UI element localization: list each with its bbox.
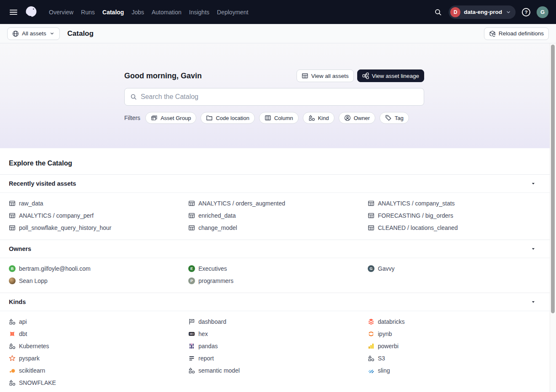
kind-link[interactable]: dashboard [188, 317, 368, 326]
nav-overview[interactable]: Overview [49, 9, 73, 16]
section-header-owners[interactable]: Owners [0, 240, 556, 258]
explore-title: Explore the Catalog [0, 148, 556, 174]
owner-link[interactable]: Pprogrammers [188, 277, 368, 285]
view-asset-lineage-button[interactable]: View asset lineage [357, 69, 424, 82]
nav-catalog[interactable]: Catalog [102, 9, 124, 16]
reload-definitions-button[interactable]: Reload definitions [484, 27, 549, 40]
view-all-assets-button[interactable]: View all assets [297, 69, 354, 82]
avatar: B [9, 265, 16, 272]
collapse-caret-icon[interactable] [530, 181, 536, 187]
pandas-logo-icon [188, 343, 195, 349]
kind-default-icon [368, 355, 374, 362]
kinds-grid: api dashboard databricks dbt hex ipynb K… [0, 311, 556, 392]
kind-link[interactable]: api [9, 317, 188, 326]
catalog-search-box [124, 88, 424, 106]
collapse-caret-icon[interactable] [530, 246, 536, 252]
asset-label: poll_snowflake_query_history_hour [19, 224, 111, 231]
owner-link[interactable]: Sean Lopp [9, 277, 188, 285]
asset-link[interactable]: ANALYTICS / company_stats [368, 199, 547, 208]
table-icon [188, 200, 195, 207]
kind-link[interactable]: pandas [188, 342, 368, 350]
owner-link[interactable]: Bbertram.gilfoyle@hooli.com [9, 264, 188, 273]
asset-scope-button[interactable]: All assets [7, 27, 60, 40]
table-icon [368, 200, 374, 207]
kind-label: api [19, 318, 27, 325]
asset-label: change_model [198, 224, 237, 231]
kind-label: powerbi [378, 343, 398, 349]
asset-link[interactable]: raw_data [9, 199, 188, 208]
filter-tag[interactable]: Tag [380, 112, 409, 124]
owners-grid: Bbertram.gilfoyle@hooli.com EExecutives … [0, 258, 556, 293]
kind-link[interactable]: sling [368, 366, 547, 375]
asset-scope-label: All assets [22, 30, 46, 37]
kind-link[interactable]: Kubernetes [9, 342, 188, 350]
nav-runs[interactable]: Runs [81, 9, 95, 16]
kind-label: hex [198, 331, 208, 337]
nav-automation[interactable]: Automation [152, 9, 182, 16]
report-icon [188, 355, 195, 362]
filter-kind[interactable]: Kind [303, 112, 334, 124]
nav-insights[interactable]: Insights [189, 9, 209, 16]
help-button[interactable] [521, 7, 531, 17]
table-icon [9, 224, 16, 231]
menu-button[interactable] [8, 6, 19, 18]
kind-link[interactable]: powerbi [368, 342, 547, 350]
asset-link[interactable]: ANALYTICS / company_perf [9, 211, 188, 220]
filter-asset-group[interactable]: Asset Group [145, 112, 196, 124]
section-title: Kinds [9, 299, 26, 305]
asset-link[interactable]: change_model [188, 224, 368, 232]
asset-label: CLEANED / locations_cleaned [378, 224, 458, 231]
user-avatar[interactable]: G [537, 6, 548, 18]
kind-label: dashboard [198, 318, 226, 325]
person-icon [344, 115, 351, 121]
filter-label: Owner [354, 115, 370, 121]
kind-link[interactable]: hex [188, 330, 368, 338]
filter-code-location[interactable]: Code location [200, 112, 255, 124]
owner-link[interactable]: EExecutives [188, 264, 368, 273]
asset-link[interactable]: CLEANED / locations_cleaned [368, 224, 547, 232]
global-search-button[interactable] [433, 7, 443, 17]
section-header-kinds[interactable]: Kinds [0, 293, 556, 311]
filters-label: Filters [124, 115, 140, 121]
owner-label: Executives [198, 265, 227, 272]
nav-deployment[interactable]: Deployment [217, 9, 249, 16]
chevron-down-icon [49, 31, 55, 36]
kind-link[interactable]: ipynb [368, 330, 547, 338]
owner-link[interactable]: GGavvy [368, 264, 547, 273]
dagster-logo[interactable] [24, 5, 39, 20]
deployment-switcher[interactable]: D data-eng-prod [449, 5, 516, 19]
kind-link[interactable]: dbt [9, 330, 188, 338]
asset-link[interactable]: FORECASTING / big_orders [368, 211, 547, 220]
kind-link[interactable]: databricks [368, 317, 547, 326]
view-all-assets-label: View all assets [311, 73, 349, 79]
nav-jobs[interactable]: Jobs [131, 9, 144, 16]
kind-link[interactable]: semantic model [188, 366, 368, 375]
tag-icon [385, 115, 392, 121]
globe-icon [12, 30, 19, 37]
catalog-search-input[interactable] [141, 93, 418, 101]
scrollbar-thumb[interactable] [551, 45, 555, 313]
collapse-caret-icon[interactable] [530, 299, 536, 305]
kind-link[interactable]: S3 [368, 354, 547, 363]
kind-label: report [198, 355, 214, 362]
filter-owner[interactable]: Owner [339, 112, 375, 124]
kind-label: Kubernetes [19, 343, 49, 349]
kind-link[interactable]: pyspark [9, 354, 188, 363]
help-icon [521, 8, 531, 17]
greeting-heading: Good morning, Gavin [124, 72, 202, 80]
folder-icon [206, 115, 213, 121]
kind-link[interactable]: scikitlearn [9, 366, 188, 375]
filter-column[interactable]: Column [259, 112, 299, 124]
section-header-recently-visited[interactable]: Recently visited assets [0, 174, 556, 193]
asset-link[interactable]: ANALYTICS / orders_augmented [188, 199, 368, 208]
deployment-name: data-eng-prod [464, 9, 502, 15]
scrollbar-track[interactable] [550, 43, 556, 392]
nav-right: D data-eng-prod G [433, 5, 548, 19]
columns-icon [265, 115, 271, 121]
chevron-down-icon [505, 9, 511, 15]
kind-default-icon [188, 367, 195, 374]
kind-link[interactable]: SNOWFLAKE [9, 379, 188, 387]
kind-link[interactable]: report [188, 354, 368, 363]
asset-link[interactable]: poll_snowflake_query_history_hour [9, 224, 188, 232]
asset-link[interactable]: enriched_data [188, 211, 368, 220]
